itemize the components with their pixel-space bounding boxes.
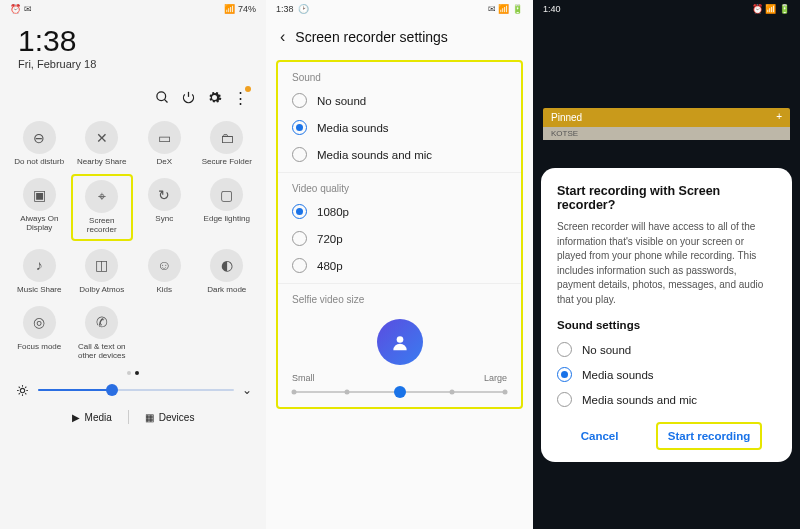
tile-always-on-display[interactable]: ▣Always On Display [8, 174, 71, 240]
music-share-icon: ♪ [23, 249, 56, 282]
status-time: 1:40 [543, 4, 561, 14]
tile-label: Edge lighting [204, 214, 250, 223]
search-icon[interactable] [154, 89, 170, 105]
tile-label: DeX [156, 157, 172, 166]
call-text-devices-icon: ✆ [85, 306, 118, 339]
radio-icon [557, 367, 572, 382]
dialog-body: Screen recorder will have access to all … [557, 220, 776, 307]
screen-recorder-icon: ⌖ [85, 180, 118, 213]
tile-sync[interactable]: ↻Sync [133, 174, 196, 240]
radio-label: Media sounds [582, 369, 654, 381]
tile-music-share[interactable]: ♪Music Share [8, 245, 71, 298]
tile-label: Dark mode [207, 285, 246, 294]
tile-do-not-disturb[interactable]: ⊖Do not disturb [8, 117, 71, 170]
tile-edge-lighting[interactable]: ▢Edge lighting [196, 174, 259, 240]
power-icon[interactable] [180, 89, 196, 105]
tile-dark-mode[interactable]: ◐Dark mode [196, 245, 259, 298]
dialog-sound-option[interactable]: No sound [557, 337, 776, 362]
sound-option[interactable]: Media sounds and mic [278, 141, 521, 168]
radio-icon [292, 258, 307, 273]
brightness-row: ⌄ [0, 378, 266, 404]
clock-date: Fri, February 18 [18, 58, 248, 70]
radio-label: No sound [317, 95, 366, 107]
sound-option[interactable]: No sound [278, 87, 521, 114]
tile-label: Music Share [17, 285, 61, 294]
nearby-share-icon: ✕ [85, 121, 118, 154]
sync-icon: ↻ [148, 178, 181, 211]
chevron-down-icon[interactable]: ⌄ [242, 383, 252, 397]
video-option[interactable]: 480p [278, 252, 521, 279]
tile-label: Always On Display [11, 214, 67, 232]
sound-settings-label: Sound settings [557, 319, 776, 331]
tile-label: Screen recorder [75, 216, 130, 234]
svg-line-9 [18, 393, 19, 394]
tile-kids[interactable]: ☺Kids [133, 245, 196, 298]
svg-point-0 [156, 91, 165, 100]
status-icons: ⏰ 📶 🔋 [752, 4, 790, 14]
video-option[interactable]: 1080p [278, 198, 521, 225]
settings-body: Sound No soundMedia soundsMedia sounds a… [276, 60, 523, 409]
svg-point-2 [20, 388, 24, 392]
brightness-slider[interactable] [38, 389, 234, 391]
video-section-label: Video quality [278, 177, 521, 198]
radio-icon [292, 120, 307, 135]
status-icons-left: ⏰ ✉ [10, 4, 32, 14]
start-recording-screen: 1:40 ⏰ 📶 🔋 Pinned + KOTSE Start recordin… [533, 0, 800, 529]
back-icon[interactable]: ‹ [280, 28, 285, 46]
radio-icon [557, 392, 572, 407]
tile-call-text-devices[interactable]: ✆Call & text on other devices [71, 302, 134, 364]
radio-label: No sound [582, 344, 631, 356]
page-indicator [0, 371, 266, 375]
status-bar: 1:40 ⏰ 📶 🔋 [533, 0, 800, 18]
sound-option[interactable]: Media sounds [278, 114, 521, 141]
dolby-atmos-icon: ◫ [85, 249, 118, 282]
svg-line-10 [25, 386, 26, 387]
cancel-button[interactable]: Cancel [571, 424, 629, 448]
recorder-settings-screen: 1:38 🕑 ✉ 📶 🔋 ‹ Screen recorder settings … [266, 0, 533, 529]
tile-focus-mode[interactable]: ◎Focus mode [8, 302, 71, 364]
tile-secure-folder[interactable]: 🗀Secure Folder [196, 117, 259, 170]
add-pinned-icon[interactable]: + [776, 111, 782, 122]
tile-dex[interactable]: ▭DeX [133, 117, 196, 170]
status-bar: 1:38 🕑 ✉ 📶 🔋 [266, 0, 533, 18]
media-button[interactable]: ▶Media [72, 410, 112, 424]
do-not-disturb-icon: ⊖ [23, 121, 56, 154]
sound-section-label: Sound [278, 66, 521, 87]
clock-time: 1:38 [18, 24, 248, 58]
pinned-bar: Pinned + [543, 108, 790, 127]
video-option[interactable]: 720p [278, 225, 521, 252]
settings-header: ‹ Screen recorder settings [266, 18, 533, 54]
bottom-bar: ▶Media ▦Devices [0, 404, 266, 430]
panel-top-actions: ⋮ [0, 74, 266, 113]
radio-label: 720p [317, 233, 343, 245]
dex-icon: ▭ [148, 121, 181, 154]
tile-dolby-atmos[interactable]: ◫Dolby Atmos [71, 245, 134, 298]
tile-label: Nearby Share [77, 157, 126, 166]
tile-screen-recorder[interactable]: ⌖Screen recorder [71, 174, 134, 240]
svg-line-1 [164, 99, 167, 102]
edge-lighting-icon: ▢ [210, 178, 243, 211]
status-icons-right: 📶 74% [224, 4, 256, 14]
more-icon[interactable]: ⋮ [232, 89, 248, 105]
svg-line-8 [25, 393, 26, 394]
selfie-slider-area: Small Large [278, 309, 521, 393]
status-icons: ✉ 📶 🔋 [488, 4, 523, 14]
radio-icon [292, 231, 307, 246]
pinned-item: KOTSE [543, 127, 790, 140]
selfie-size-slider[interactable] [294, 391, 505, 393]
devices-icon: ▦ [145, 412, 154, 423]
tile-nearby-share[interactable]: ✕Nearby Share [71, 117, 134, 170]
dialog-sound-option[interactable]: Media sounds [557, 362, 776, 387]
tile-label: Do not disturb [14, 157, 64, 166]
selfie-large-label: Large [484, 373, 507, 383]
dialog-sound-option[interactable]: Media sounds and mic [557, 387, 776, 412]
dialog-actions: Cancel Start recording [557, 422, 776, 450]
dialog-title: Start recording with Screen recorder? [557, 184, 776, 212]
devices-button[interactable]: ▦Devices [145, 410, 195, 424]
selfie-avatar-icon [377, 319, 423, 365]
selfie-small-label: Small [292, 373, 315, 383]
start-recording-button[interactable]: Start recording [656, 422, 762, 450]
gear-icon[interactable] [206, 89, 222, 105]
always-on-display-icon: ▣ [23, 178, 56, 211]
quick-tile-grid: ⊖Do not disturb✕Nearby Share▭DeX🗀Secure … [0, 113, 266, 368]
